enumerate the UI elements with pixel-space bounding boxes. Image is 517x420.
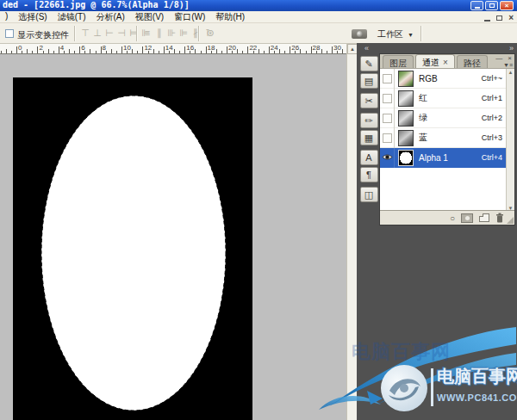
channel-row-红[interactable]: 红Ctrl+1 (380, 89, 506, 108)
align-icon-3[interactable]: ⊣ (116, 27, 127, 40)
channel-name: 红 (419, 92, 482, 104)
ruler-tick (269, 46, 270, 53)
dock-collapse-icon[interactable]: « (364, 44, 369, 52)
show-transform-controls-checkbox[interactable] (5, 29, 14, 38)
tab-通道[interactable]: 通道× (415, 54, 455, 68)
channel-row-Alpha 1[interactable]: Alpha 1Ctrl+4 (380, 148, 506, 168)
ruler-tick (179, 51, 180, 53)
close-button[interactable]: × (500, 1, 514, 10)
visibility-toggle[interactable] (380, 148, 395, 168)
channel-row-绿[interactable]: 绿Ctrl+2 (380, 108, 506, 128)
ruler-tick (148, 51, 149, 53)
go-to-bridge-icon[interactable] (352, 29, 367, 39)
menu-item-5[interactable]: 窗口(W) (169, 11, 210, 23)
panel-close-icon[interactable]: × (508, 55, 512, 62)
visibility-toggle[interactable] (380, 108, 395, 128)
align-icon-0[interactable]: ⊤ (80, 27, 90, 40)
visibility-toggle[interactable] (380, 89, 395, 108)
ruler-tick (90, 49, 90, 53)
menu-item-0[interactable]: ) (0, 11, 13, 23)
ruler-tick (6, 49, 7, 53)
character-panel-icon[interactable]: A (360, 150, 378, 165)
channel-list-scrollbar[interactable]: ▲ ▼ (506, 69, 514, 212)
doc-restore-button[interactable] (496, 15, 502, 21)
swatches-panel-icon[interactable]: ▦ (360, 130, 378, 145)
window-title: ded - [22661.jpg @ 66.7%(Alpha 1/8)] (3, 0, 190, 9)
ruler-tick (295, 51, 296, 53)
menu-item-6[interactable]: 帮助(H) (210, 11, 250, 23)
scissors-panel-icon[interactable]: ✂ (360, 93, 378, 108)
document-window-controls: × (484, 13, 514, 22)
brushes-panel-icon[interactable]: ✏ (360, 113, 378, 128)
menu-item-3[interactable]: 分析(A) (90, 11, 129, 23)
workspace-button[interactable]: 工作区 ▼ (377, 28, 414, 40)
options-bar: 显示变换控件 ⊤⊥⊢⊣⊨⊩ ≡∥⊪⊫∦⊺ ⊛ 工作区 ▼ (0, 23, 517, 44)
menu-items: )选择(S)滤镜(T)分析(A)视图(V)窗口(W)帮助(H) (0, 11, 250, 23)
ruler-tick (164, 46, 165, 53)
restore-button[interactable] (485, 1, 498, 10)
tab-close-icon[interactable]: × (443, 58, 448, 67)
layer-comps-panel-icon[interactable]: ◫ (360, 187, 378, 202)
menu-item-1[interactable]: 选择(S) (13, 11, 52, 23)
align-icon-2[interactable]: ⊢ (104, 27, 115, 40)
visibility-toggle[interactable] (380, 128, 395, 148)
channel-row-RGB[interactable]: RGBCtrl+~ (380, 69, 506, 89)
delete-channel-icon[interactable] (495, 213, 504, 223)
doc-minimize-button[interactable] (484, 15, 490, 22)
ruler-tick (337, 51, 338, 53)
menu-item-4[interactable]: 视图(V) (130, 11, 169, 23)
ruler-tick (327, 51, 327, 53)
empty-visibility-well (383, 114, 392, 123)
distribute-icon-1[interactable]: ∥ (154, 27, 165, 40)
paragraph-panel-icon[interactable]: ¶ (360, 167, 378, 182)
scroll-up-arrow-icon[interactable]: ▲ (507, 70, 514, 75)
empty-visibility-well (383, 94, 392, 103)
ruler-tick (96, 51, 97, 53)
distribute-icon-0[interactable]: ≡ (142, 27, 153, 40)
strip-separator (359, 109, 379, 112)
minimize-button[interactable] (470, 1, 483, 10)
empty-visibility-well (383, 74, 392, 83)
elliptical-selection[interactable] (41, 96, 226, 411)
save-selection-as-channel-icon[interactable] (461, 213, 473, 223)
distribute-icon-2[interactable]: ⊪ (166, 27, 177, 40)
panel-menu-icon[interactable]: ▼≡ (503, 62, 513, 68)
photoshop-window: ded - [22661.jpg @ 66.7%(Alpha 1/8)] × )… (0, 0, 517, 420)
dock-expand-icon[interactable]: » (509, 44, 514, 52)
auto-align-layers-icon[interactable]: ⊛ (205, 27, 215, 40)
channel-thumbnail-alpha (398, 150, 414, 166)
menu-item-2[interactable]: 滤镜(T) (53, 11, 91, 23)
channel-name: 绿 (419, 112, 482, 124)
create-new-channel-icon[interactable] (479, 213, 489, 222)
distribute-icon-3[interactable]: ⊫ (178, 27, 189, 40)
channel-shortcut: Ctrl+4 (482, 153, 502, 162)
ruler-tick (59, 46, 59, 53)
channel-row-蓝[interactable]: 蓝Ctrl+3 (380, 128, 506, 148)
tab-图层[interactable]: 图层 (383, 55, 414, 68)
ruler-tick (227, 46, 227, 53)
show-transform-controls-label: 显示变换控件 (17, 29, 69, 41)
document-vertical-scrollbar[interactable]: ▲ (346, 44, 357, 420)
ruler-tick (321, 49, 322, 53)
channel-shortcut: Ctrl+~ (481, 74, 502, 83)
panel-minimize-icon[interactable]: — (495, 55, 502, 62)
chevron-down-icon: ▼ (408, 32, 414, 38)
doc-close-button[interactable]: × (508, 13, 514, 22)
ruler-tick (247, 46, 248, 53)
ruler-tick (37, 46, 38, 53)
load-channel-as-selection-icon[interactable]: ○ (450, 213, 455, 223)
workspace-label: 工作区 (377, 28, 403, 40)
tab-路径[interactable]: 路径 (457, 55, 488, 68)
canvas[interactable] (13, 77, 252, 420)
panel-resize-grip[interactable] (507, 217, 514, 224)
align-icon-1[interactable]: ⊥ (92, 27, 103, 40)
ruler-tick (316, 51, 317, 53)
ruler-tick (242, 51, 243, 53)
brush-panel-icon[interactable]: ✎ (360, 56, 378, 71)
ruler-tick (169, 51, 170, 53)
visibility-toggle[interactable] (380, 69, 395, 89)
ruler-tick (284, 51, 285, 53)
clone-source-panel-icon[interactable]: ▤ (360, 73, 378, 89)
ruler-tick (79, 46, 80, 53)
panel-window-controls: — × (495, 55, 512, 62)
